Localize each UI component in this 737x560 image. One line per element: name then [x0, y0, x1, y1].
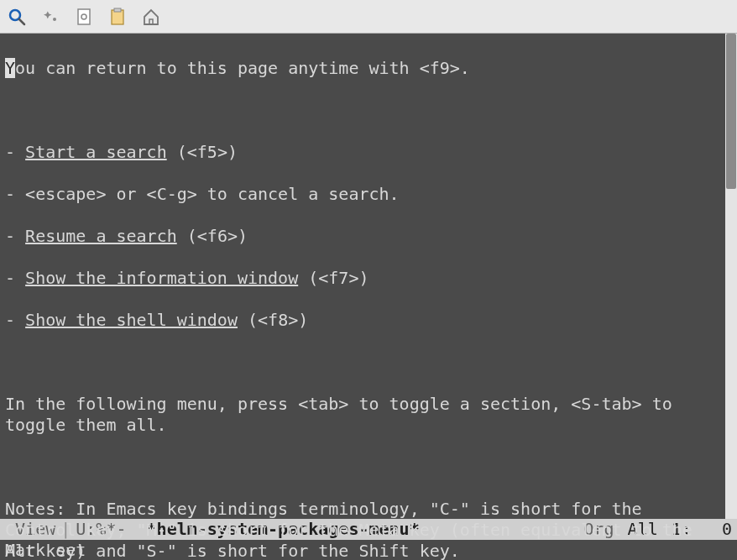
home-icon[interactable]: [141, 7, 161, 27]
modeline-col: 0: [722, 519, 732, 540]
text-buffer[interactable]: You can return to this page anytime with…: [0, 34, 725, 519]
bullet: -: [5, 268, 25, 288]
search-icon[interactable]: [7, 7, 27, 27]
scroll-thumb[interactable]: [726, 34, 736, 189]
intro-text: ou can return to this page anytime with …: [15, 58, 470, 78]
cursor: Y: [5, 58, 15, 78]
bullet: -: [5, 184, 25, 204]
sparkle-icon[interactable]: [40, 7, 60, 27]
link-resume-search[interactable]: Resume a search: [25, 226, 177, 246]
link-start-search[interactable]: Start a search: [25, 142, 167, 162]
svg-rect-5: [112, 10, 123, 24]
key-hint: (<f8>): [238, 310, 308, 330]
paragraph: In the following menu, press <tab> to to…: [5, 394, 720, 436]
page-icon[interactable]: [74, 7, 94, 27]
bullet: -: [5, 310, 25, 330]
key-hint: (<f6>): [177, 226, 248, 246]
key-hint: (<f7>): [298, 268, 368, 288]
bullet: -: [5, 226, 25, 246]
plain-item: <escape> or <C-g> to cancel a search.: [25, 184, 400, 204]
svg-rect-3: [78, 9, 90, 24]
link-shell-window[interactable]: Show the shell window: [25, 310, 238, 330]
link-info-window[interactable]: Show the information window: [25, 268, 298, 288]
key-hint: (<f5>): [167, 142, 238, 162]
scrollbar[interactable]: [725, 34, 737, 519]
svg-rect-6: [114, 8, 121, 12]
svg-point-2: [53, 18, 56, 21]
clipboard-icon[interactable]: [107, 7, 128, 27]
bullet: -: [5, 142, 25, 162]
paragraph: Notes: In Emacs key bindings terminology…: [5, 499, 720, 560]
editor-area: You can return to this page anytime with…: [0, 34, 737, 519]
toolbar: [0, 0, 737, 34]
svg-line-1: [19, 19, 24, 24]
